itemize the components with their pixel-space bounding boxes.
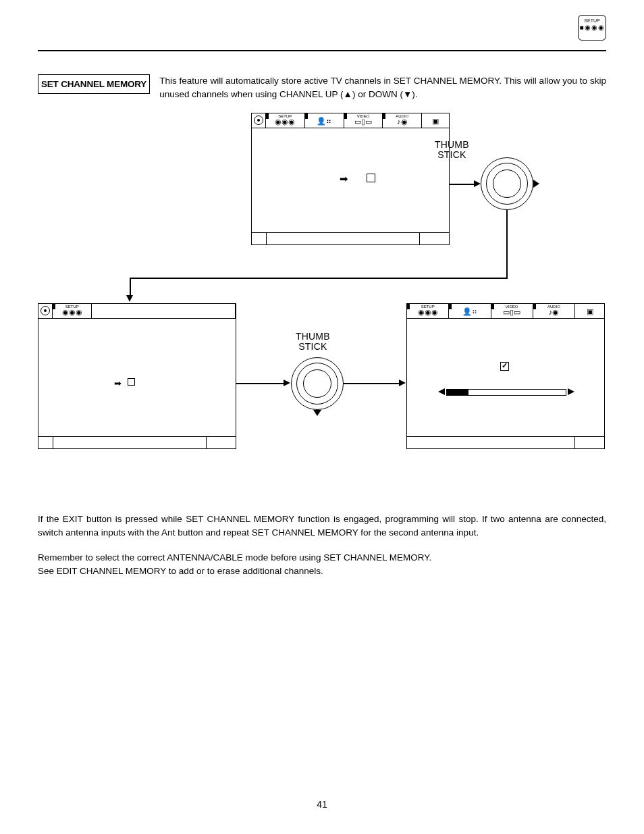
header-setup-icon: SETUP ■◉◉◉ — [578, 15, 606, 41]
setup-icon-dots: ■◉◉◉ — [579, 24, 606, 31]
thumbstick-icon-2 — [291, 357, 344, 410]
screen2-tab-setup: SETUP◉◉◉ — [53, 304, 92, 318]
person-icon: 👤⠶ — [449, 308, 490, 315]
connector-line — [506, 210, 508, 278]
setup-icon: ◉◉◉ — [407, 309, 448, 316]
header-rule — [38, 50, 606, 51]
progress-fill — [447, 390, 468, 395]
video-icon: ▭▯▭ — [491, 309, 533, 316]
extra-icon: ▣ — [422, 118, 449, 125]
menu-screen-2: SETUP◉◉◉ ➡ — [38, 303, 236, 449]
screen2-checkbox — [128, 378, 135, 386]
screen1-eye-tab — [252, 113, 266, 128]
arrow-right-icon — [284, 380, 290, 386]
page-number: 41 — [0, 799, 644, 810]
thumbstick-icon-1 — [481, 157, 533, 210]
screen3-footer — [407, 436, 604, 448]
thumbstick-label-1: THUMB STICK — [435, 140, 469, 159]
screen3-tab-video: VIDEO▭▯▭ — [491, 304, 533, 318]
setup-icon: ◉◉◉ — [53, 309, 91, 316]
progress-left-arrow-icon — [438, 388, 445, 395]
arrow-right-icon — [474, 180, 481, 187]
screen3-tab-extra: ▣ — [575, 304, 604, 318]
screen1-tabs: SETUP◉◉◉ 👤⠶ VIDEO▭▯▭ AUDIO♪◉ ▣ — [252, 113, 449, 128]
screen1-tab-person: 👤⠶ — [305, 113, 344, 128]
follow-line-2b: See EDIT CHANNEL MEMORY to add or to era… — [38, 566, 323, 576]
screen1-body: ➡ — [252, 128, 449, 232]
follow-line-2a: Remember to select the correct ANTENNA/C… — [38, 552, 431, 563]
progress-right-arrow-icon — [568, 388, 574, 395]
screen3-tab-setup: SETUP◉◉◉ — [407, 304, 449, 318]
person-icon: 👤⠶ — [305, 118, 344, 125]
arrow-right-icon: ➡ — [340, 173, 348, 185]
screen1-checkbox — [367, 174, 375, 182]
screen2-eye-tab — [38, 304, 53, 318]
screen2-tabs: SETUP◉◉◉ — [38, 304, 236, 319]
screen3-tab-audio: AUDIO♪◉ — [533, 304, 575, 318]
screen2-footer — [38, 436, 236, 448]
menu-screen-3: SETUP◉◉◉ 👤⠶ VIDEO▭▯▭ AUDIO♪◉ ▣ — [406, 303, 605, 449]
screen2-body: ➡ — [38, 319, 236, 436]
audio-icon: ♪◉ — [533, 309, 574, 316]
connector-line — [236, 383, 285, 384]
screen3-checkbox-checked — [500, 362, 509, 371]
connector-line — [130, 278, 508, 279]
screen3-body — [407, 319, 604, 436]
screen2-tab-blank — [92, 304, 236, 318]
connector-line — [450, 184, 475, 185]
arrow-right-icon — [399, 380, 406, 386]
audio-icon: ♪◉ — [383, 118, 421, 126]
screen1-tab-extra: ▣ — [422, 113, 449, 128]
follow-paragraph-1: If the EXIT button is pressed while SET … — [38, 513, 606, 539]
video-icon: ▭▯▭ — [344, 118, 383, 126]
screen3-tab-person: 👤⠶ — [449, 304, 491, 318]
intro-paragraph: This feature will automatically store ac… — [159, 74, 606, 101]
extra-icon: ▣ — [575, 308, 604, 315]
menu-screen-1: SETUP◉◉◉ 👤⠶ VIDEO▭▯▭ AUDIO♪◉ ▣ ➡ — [251, 113, 450, 245]
screen1-footer — [252, 232, 449, 244]
connector-line — [344, 383, 400, 384]
setup-icon: ◉◉◉ — [266, 118, 304, 126]
arrow-down-icon — [126, 295, 133, 302]
screen3-tabs: SETUP◉◉◉ 👤⠶ VIDEO▭▯▭ AUDIO♪◉ ▣ — [407, 304, 604, 319]
header-setup-label: SETUP — [584, 18, 599, 23]
thumbstick-label-2: THUMB STICK — [296, 332, 330, 351]
follow-paragraph-2: Remember to select the correct ANTENNA/C… — [38, 551, 606, 577]
screen1-tab-video: VIDEO▭▯▭ — [344, 113, 383, 128]
screen1-tab-audio: AUDIO♪◉ — [383, 113, 422, 128]
diagram-area: SETUP◉◉◉ 👤⠶ VIDEO▭▯▭ AUDIO♪◉ ▣ ➡ THUMB S… — [38, 113, 606, 498]
progress-bar — [446, 389, 566, 396]
section-title-box: SET CHANNEL MEMORY — [38, 74, 150, 94]
section-title: SET CHANNEL MEMORY — [41, 79, 146, 89]
connector-line — [130, 278, 131, 296]
screen1-tab-setup: SETUP◉◉◉ — [266, 113, 305, 128]
arrow-right-icon: ➡ — [114, 378, 122, 388]
